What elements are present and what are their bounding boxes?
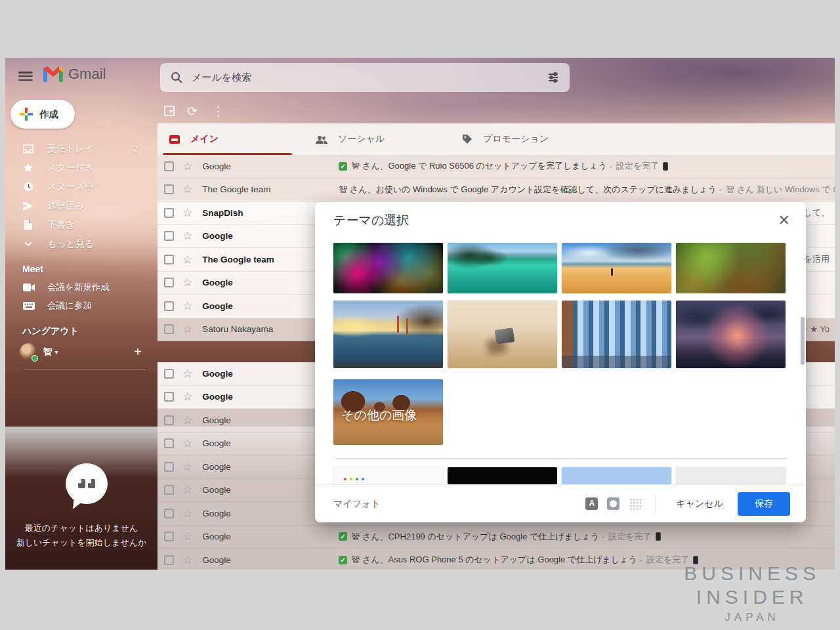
theme-storm-clouds[interactable] <box>676 301 786 368</box>
more-images-label: その他の画像 <box>341 407 417 424</box>
row-checkbox[interactable] <box>164 208 174 218</box>
star-icon[interactable]: ☆ <box>182 507 192 520</box>
sidebar-item-2[interactable]: スヌーズ中 <box>5 177 158 196</box>
email-sender: Google <box>202 509 302 518</box>
theme-lake-tahoe[interactable] <box>448 243 557 293</box>
star-icon[interactable]: ☆ <box>182 367 192 381</box>
row-checkbox[interactable] <box>164 438 174 448</box>
dialog-title: テーマの選択 <box>333 212 778 229</box>
star-icon[interactable]: ☆ <box>182 276 192 289</box>
theme-default-light[interactable] <box>333 467 443 484</box>
phone-icon <box>656 532 661 541</box>
row-checkbox[interactable] <box>164 532 174 541</box>
star-icon[interactable]: ☆ <box>182 553 192 567</box>
more-options-icon[interactable]: ⋮ <box>212 104 224 119</box>
tag-icon <box>462 134 472 144</box>
new-chat-button[interactable]: + <box>134 345 158 360</box>
watermark-line2: INSIDER <box>684 585 820 609</box>
star-icon <box>22 163 34 173</box>
row-checkbox[interactable] <box>164 485 174 495</box>
avatar[interactable] <box>20 343 37 360</box>
star-icon[interactable]: ☆ <box>182 483 192 497</box>
sidebar-item-1[interactable]: スター付き <box>5 158 158 177</box>
row-checkbox[interactable] <box>164 301 174 311</box>
star-icon[interactable]: ☆ <box>182 206 192 220</box>
tab-label: プロモーション <box>483 133 549 145</box>
search-filter-icon[interactable] <box>547 72 559 83</box>
email-row-0[interactable]: ☆Google✓智 さん、Google で Ruio S6506 のセットアップ… <box>158 155 835 178</box>
select-caret-icon[interactable]: ▾ <box>169 108 173 115</box>
star-icon[interactable]: ☆ <box>182 413 192 427</box>
theme-golden-gate-bridge[interactable] <box>333 301 443 368</box>
row-checkbox[interactable] <box>164 555 174 565</box>
star-icon[interactable]: ☆ <box>182 299 192 313</box>
row-checkbox[interactable] <box>164 255 174 264</box>
email-sender: Google <box>202 485 302 495</box>
theme-more-images[interactable]: その他の画像 <box>333 379 443 445</box>
tab-1[interactable]: ソーシャル <box>304 123 450 155</box>
sidebar-item-5[interactable]: もっと見る <box>5 234 158 253</box>
theme-city-skyscrapers[interactable] <box>562 301 671 368</box>
row-checkbox[interactable] <box>164 278 174 287</box>
row-checkbox[interactable] <box>164 324 174 334</box>
tab-0[interactable]: メイン <box>158 123 304 155</box>
search-icon[interactable] <box>171 72 182 83</box>
row-checkbox[interactable] <box>164 415 174 425</box>
row-checkbox[interactable] <box>164 369 174 379</box>
compose-button[interactable]: 作成 <box>10 100 75 129</box>
sidebar-item-label: 下書き <box>47 219 75 231</box>
dialog-footer: マイフォト A キャンセル 保存 <box>315 484 806 522</box>
save-button[interactable]: 保存 <box>738 492 790 516</box>
hangouts-user-row[interactable]: 智▾+ <box>5 341 158 362</box>
theme-desert-playa-stone[interactable] <box>448 301 557 368</box>
close-icon[interactable]: ✕ <box>778 213 790 228</box>
row-checkbox[interactable] <box>164 184 174 194</box>
cancel-button[interactable]: キャンセル <box>668 493 731 515</box>
blur-icon[interactable] <box>629 497 641 510</box>
dialog-scrollbar[interactable] <box>801 317 805 365</box>
meet-item-1[interactable]: 会議に参加 <box>5 297 158 315</box>
video-icon <box>22 284 35 291</box>
star-icon[interactable]: ☆ <box>182 530 192 543</box>
search-bar[interactable]: メールを検索 <box>160 63 570 92</box>
row-checkbox[interactable] <box>164 509 174 518</box>
sidebar-item-4[interactable]: 下書き <box>5 215 158 234</box>
sidebar-item-label: 送信済み <box>47 200 84 212</box>
search-input[interactable]: メールを検索 <box>192 72 547 84</box>
theme-light-blue[interactable] <box>562 467 671 484</box>
row-checkbox[interactable] <box>164 161 174 171</box>
theme-aurora-water[interactable] <box>333 243 443 293</box>
star-icon[interactable]: ☆ <box>182 159 192 173</box>
meet-item-0[interactable]: 会議を新規作成 <box>5 278 158 297</box>
email-sender: Google <box>202 415 302 425</box>
star-icon[interactable]: ☆ <box>182 390 192 404</box>
email-sender: Google <box>202 438 302 448</box>
text-background-icon[interactable]: A <box>585 497 598 510</box>
email-row-1[interactable]: ☆The Google team智 さん、お使いの Windows で Goog… <box>158 178 835 202</box>
my-photos-link[interactable]: マイフォト <box>333 498 576 510</box>
refresh-icon[interactable]: ⟳ <box>187 104 198 119</box>
star-icon[interactable]: ☆ <box>182 460 192 474</box>
email-sender: Google <box>202 231 302 241</box>
sidebar-item-0[interactable]: 受信トレイ2 <box>5 139 158 158</box>
star-icon[interactable]: ☆ <box>182 229 192 243</box>
theme-light-gray[interactable] <box>676 467 786 484</box>
vignette-icon[interactable] <box>607 497 620 510</box>
star-icon[interactable]: ☆ <box>182 322 192 336</box>
watermark-line3: JAPAN <box>684 611 820 624</box>
dialog-header: テーマの選択 ✕ <box>315 202 806 239</box>
star-icon[interactable]: ☆ <box>182 436 192 450</box>
row-checkbox[interactable] <box>164 231 174 241</box>
row-checkbox[interactable] <box>164 462 174 472</box>
theme-black[interactable] <box>448 467 557 484</box>
sidebar-item-3[interactable]: 送信済み <box>5 196 158 215</box>
tab-2[interactable]: プロモーション <box>450 123 597 155</box>
star-icon[interactable]: ☆ <box>182 253 192 266</box>
star-icon[interactable]: ☆ <box>182 182 192 196</box>
theme-mossy-forest[interactable] <box>676 243 786 293</box>
sidebar-nav: 受信トレイ2スター付きスヌーズ中送信済み下書きもっと見るMeet会議を新規作成会… <box>5 139 158 369</box>
email-sender: Google <box>202 278 302 287</box>
row-checkbox[interactable] <box>164 392 174 402</box>
email-row-15[interactable]: ☆Google✓智 さん、CPH2199 のセットアップは Google で仕上… <box>158 526 835 549</box>
theme-beach-walk[interactable] <box>562 243 671 293</box>
